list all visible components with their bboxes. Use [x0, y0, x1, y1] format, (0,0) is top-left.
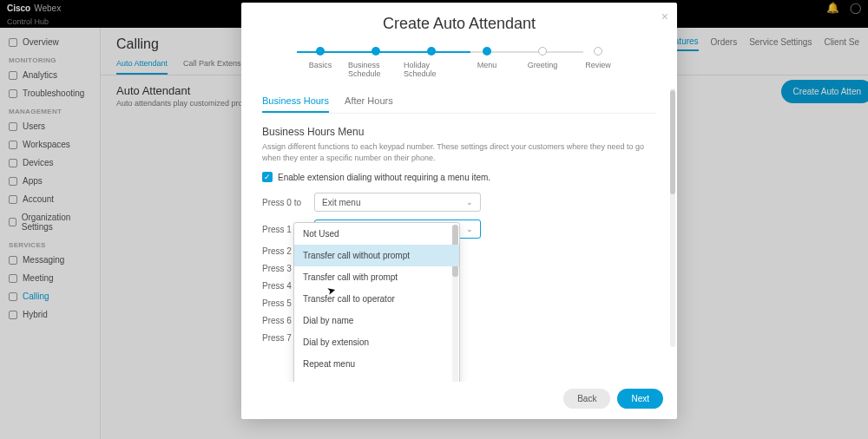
- modal-footer: Back Next: [241, 382, 677, 419]
- step-dot-icon: [427, 47, 436, 56]
- option-dial-by-name[interactable]: Dial by name: [294, 310, 459, 331]
- step-review: Review: [570, 47, 626, 69]
- back-button[interactable]: Back: [563, 389, 610, 409]
- close-icon[interactable]: ×: [661, 10, 668, 23]
- scrollbar-thumb[interactable]: [670, 90, 675, 194]
- select-value: Exit menu: [322, 198, 360, 207]
- checkbox-label: Enable extension dialing without requiri…: [278, 173, 490, 182]
- option-transfer-operator[interactable]: Transfer call to operator: [294, 288, 459, 310]
- step-menu: Menu: [459, 47, 515, 69]
- keypad-row-0: Press 0 to Exit menu ⌄: [262, 193, 656, 212]
- step-dot-icon: [483, 47, 491, 56]
- menu-section-title: Business Hours Menu: [262, 126, 656, 138]
- keypad-1-dropdown: Not Used Transfer call without prompt Tr…: [293, 222, 460, 382]
- modal-scrollbar[interactable]: [670, 88, 675, 347]
- step-basics: Basics: [293, 47, 348, 69]
- checkbox-checked-icon[interactable]: ✓: [262, 172, 273, 182]
- keypad-select-0[interactable]: Exit menu ⌄: [314, 193, 481, 212]
- option-transfer-no-prompt[interactable]: Transfer call without prompt: [294, 245, 459, 266]
- next-button[interactable]: Next: [617, 389, 663, 409]
- step-greeting: Greeting: [515, 47, 570, 69]
- create-auto-attendant-modal: × Create Auto Attendant Basics Business …: [241, 3, 677, 419]
- option-dial-by-extension[interactable]: Dial by extension: [294, 331, 459, 353]
- option-repeat-menu[interactable]: Repeat menu: [294, 353, 459, 375]
- step-dot-icon: [316, 47, 325, 56]
- tab-after-hours[interactable]: After Hours: [345, 95, 393, 113]
- option-transfer-with-prompt[interactable]: Transfer call with prompt: [294, 266, 459, 288]
- chevron-down-icon: ⌄: [466, 198, 473, 206]
- keypad-label-0: Press 0 to: [262, 198, 306, 207]
- menu-section-desc: Assign different functions to each keypa…: [262, 141, 656, 163]
- chevron-down-icon: ⌄: [466, 225, 473, 233]
- wizard-stepper: Basics Business Schedule Holiday Schedul…: [241, 47, 677, 87]
- tab-business-hours[interactable]: Business Hours: [262, 95, 329, 113]
- step-dot-icon: [372, 47, 380, 56]
- option-not-used[interactable]: Not Used: [294, 223, 459, 245]
- extension-dialing-checkbox-row[interactable]: ✓ Enable extension dialing without requi…: [262, 172, 656, 182]
- step-dot-icon: [538, 47, 547, 56]
- menu-hours-tabs: Business Hours After Hours: [262, 95, 656, 114]
- option-exit-menu[interactable]: Exit menu: [294, 375, 459, 382]
- modal-title: Create Auto Attendant: [241, 3, 677, 47]
- step-dot-icon: [594, 47, 602, 56]
